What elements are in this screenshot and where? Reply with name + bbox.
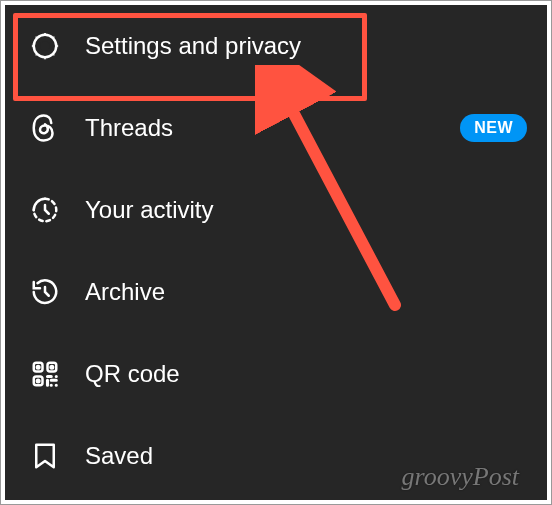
- new-badge: NEW: [460, 114, 527, 142]
- activity-icon: [25, 195, 65, 225]
- menu-item-archive[interactable]: Archive: [5, 251, 547, 333]
- menu-item-settings-privacy[interactable]: Settings and privacy: [5, 5, 547, 87]
- svg-point-5: [37, 366, 40, 369]
- svg-point-6: [51, 366, 54, 369]
- archive-icon: [25, 277, 65, 307]
- qr-code-icon: [25, 359, 65, 389]
- menu-item-label: Archive: [85, 278, 527, 306]
- menu-item-your-activity[interactable]: Your activity: [5, 169, 547, 251]
- menu-item-saved[interactable]: Saved: [5, 415, 547, 497]
- menu-item-qr-code[interactable]: QR code: [5, 333, 547, 415]
- menu-item-label: Threads: [85, 114, 460, 142]
- saved-icon: [25, 441, 65, 471]
- menu-item-label: QR code: [85, 360, 527, 388]
- menu-item-label: Your activity: [85, 196, 527, 224]
- threads-icon: [25, 113, 65, 143]
- svg-point-7: [37, 380, 40, 383]
- screenshot-frame: Settings and privacy Threads NEW Your ac…: [0, 0, 552, 505]
- menu-panel: Settings and privacy Threads NEW Your ac…: [5, 5, 547, 500]
- gear-icon: [25, 31, 65, 61]
- menu-item-threads[interactable]: Threads NEW: [5, 87, 547, 169]
- menu-item-label: Settings and privacy: [85, 32, 527, 60]
- svg-point-1: [40, 41, 50, 51]
- menu-item-label: Saved: [85, 442, 527, 470]
